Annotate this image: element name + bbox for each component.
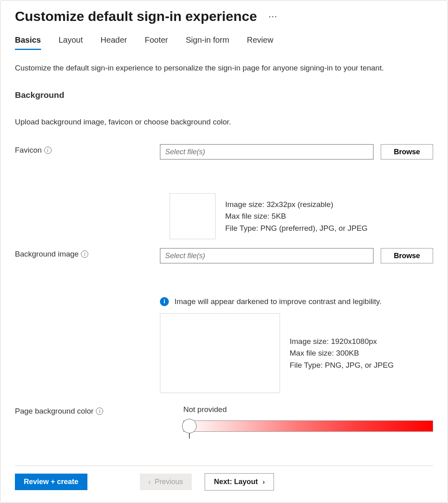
section-heading-background: Background [15, 90, 433, 100]
favicon-browse-button[interactable]: Browse [381, 144, 433, 159]
info-icon[interactable]: i [96, 408, 103, 415]
more-icon[interactable]: ⋯ [268, 11, 278, 22]
next-button[interactable]: Next: Layout › [205, 473, 274, 491]
chevron-right-icon: › [263, 478, 265, 486]
favicon-file-input[interactable]: Select file(s) [160, 144, 373, 159]
review-create-button[interactable]: Review + create [15, 474, 87, 490]
intro-text: Customize the default sign-in experience… [15, 64, 433, 72]
wizard-footer: Review + create ‹ Previous Next: Layout … [15, 466, 433, 491]
tab-basics[interactable]: Basics [15, 35, 41, 50]
info-icon[interactable]: i [44, 147, 52, 154]
chevron-left-icon: ‹ [149, 478, 151, 486]
background-image-specs: Image size: 1920x1080px Max file size: 3… [290, 335, 394, 371]
favicon-preview [170, 193, 216, 239]
color-hue-thumb[interactable] [182, 419, 197, 433]
background-image-browse-button[interactable]: Browse [381, 248, 433, 263]
previous-button: ‹ Previous [140, 474, 192, 490]
section-subtext: Upload background image, favicon or choo… [15, 118, 433, 126]
tab-signin-form[interactable]: Sign-in form [186, 35, 229, 50]
page-bg-color-value: Not provided [183, 405, 433, 414]
tab-header[interactable]: Header [101, 35, 127, 50]
tab-footer[interactable]: Footer [145, 35, 168, 50]
background-image-preview [160, 313, 280, 393]
page-title: Customize default sign-in experience [15, 8, 257, 24]
color-hue-slider[interactable] [183, 420, 433, 432]
page-bg-color-label: Page background color [15, 407, 93, 416]
background-image-banner-text: Image will appear darkened to improve co… [174, 297, 382, 306]
background-image-file-input[interactable]: Select file(s) [160, 248, 373, 263]
background-image-label: Background image [15, 250, 79, 259]
favicon-specs: Image size: 32x32px (resizable) Max file… [225, 199, 367, 234]
tab-review[interactable]: Review [247, 35, 274, 50]
tab-strip: Basics Layout Header Footer Sign-in form… [15, 35, 433, 50]
info-icon[interactable]: i [81, 250, 88, 258]
info-filled-icon: i [160, 297, 169, 306]
tab-layout[interactable]: Layout [59, 35, 83, 50]
favicon-label: Favicon [15, 146, 42, 155]
